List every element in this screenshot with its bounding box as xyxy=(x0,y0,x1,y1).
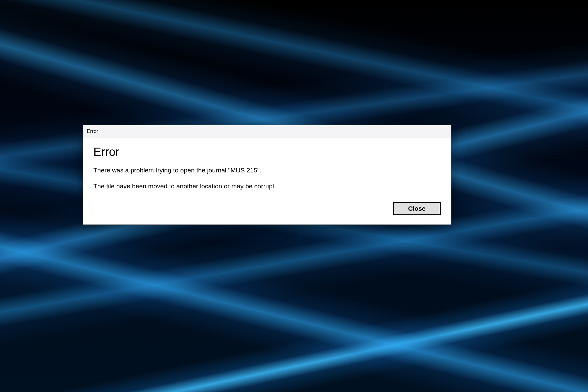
error-dialog: Error Error There was a problem trying t… xyxy=(83,125,451,225)
dialog-message-line-1: There was a problem trying to open the j… xyxy=(93,166,441,175)
dialog-title-text: Error xyxy=(87,128,98,134)
dialog-heading: Error xyxy=(93,145,441,159)
dialog-body: Error There was a problem trying to open… xyxy=(83,138,451,224)
dialog-message-line-2: The file have been moved to another loca… xyxy=(93,182,441,190)
close-button[interactable]: Close xyxy=(393,202,441,215)
dialog-actions: Close xyxy=(93,202,441,215)
dialog-titlebar[interactable]: Error xyxy=(83,125,451,138)
